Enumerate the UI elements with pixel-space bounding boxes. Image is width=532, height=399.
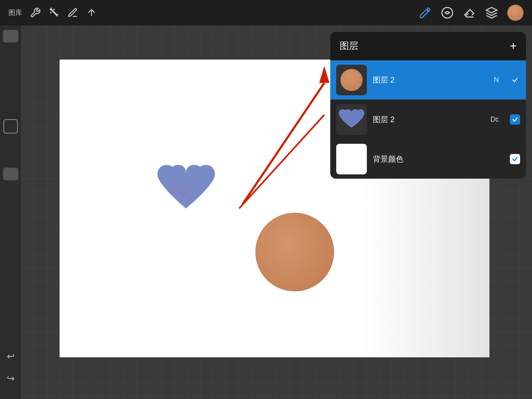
circle-layer	[255, 213, 334, 291]
layer-3-name: 背景颜色	[373, 154, 493, 164]
heart-layer	[153, 162, 219, 223]
layer-item-2[interactable]: 图层 2 Dc	[330, 100, 526, 139]
toolbar-left: 图库	[9, 7, 97, 18]
layer-3-thumbnail	[336, 144, 367, 174]
layer-3-visibility-checkbox[interactable]	[510, 154, 520, 164]
arrow-icon	[86, 7, 97, 18]
layers-panel-header: 图层 +	[330, 32, 526, 60]
layers-button[interactable]	[485, 6, 498, 19]
checkmark-icon-3	[512, 156, 518, 162]
layer-1-thumb-circle	[340, 69, 363, 91]
add-layer-button[interactable]: +	[510, 40, 517, 52]
opacity-slider[interactable]	[3, 168, 18, 180]
eraser-button[interactable]	[463, 6, 476, 19]
layer-2-mode[interactable]: Dc	[490, 116, 499, 123]
svg-marker-4	[486, 8, 497, 13]
layer-1-thumbnail	[336, 65, 367, 95]
layers-panel-title: 图层	[340, 40, 358, 52]
stroke-icon	[67, 7, 78, 18]
selection-tool[interactable]	[3, 119, 18, 134]
layer-1-name: 图层 2	[373, 75, 488, 85]
layers-panel: 图层 + 图层 2 N 图层 2 Dc	[330, 32, 526, 179]
top-toolbar: 图库	[0, 0, 532, 26]
layer-1-mode[interactable]: N	[494, 76, 499, 84]
toolbar-right	[419, 5, 523, 21]
layer-item-1[interactable]: 图层 2 N	[330, 60, 526, 100]
eraser-icon	[463, 6, 476, 19]
wrench-icon	[30, 7, 41, 18]
layer-2-thumbnail	[336, 104, 367, 135]
checkmark-icon	[512, 77, 518, 83]
smudge-icon	[441, 6, 454, 19]
stroke-button[interactable]	[67, 7, 78, 18]
gallery-button[interactable]: 图库	[9, 9, 22, 17]
layer-2-visibility-checkbox[interactable]	[510, 114, 520, 125]
layer-2-thumb-heart	[339, 108, 364, 131]
brush-size-slider[interactable]	[3, 30, 18, 43]
checkmark-icon-2	[512, 117, 518, 123]
arrow-button[interactable]	[86, 7, 97, 18]
layers-icon	[485, 6, 498, 19]
layer-1-visibility-checkbox[interactable]	[510, 75, 520, 85]
layer-2-name: 图层 2	[373, 114, 484, 125]
layer-item-3[interactable]: 背景颜色	[330, 139, 526, 179]
brush-button[interactable]	[419, 6, 432, 19]
brush-icon	[419, 6, 432, 19]
redo-button[interactable]: ↪	[3, 371, 18, 386]
color-picker-circle[interactable]	[507, 5, 523, 21]
smudge-button[interactable]	[441, 6, 454, 19]
magic-button[interactable]	[49, 7, 60, 18]
magic-icon	[49, 7, 60, 18]
wrench-button[interactable]	[30, 7, 41, 18]
svg-point-3	[50, 9, 51, 10]
undo-button[interactable]: ↩	[3, 349, 18, 364]
left-sidebar: ↩ ↪	[0, 26, 21, 399]
